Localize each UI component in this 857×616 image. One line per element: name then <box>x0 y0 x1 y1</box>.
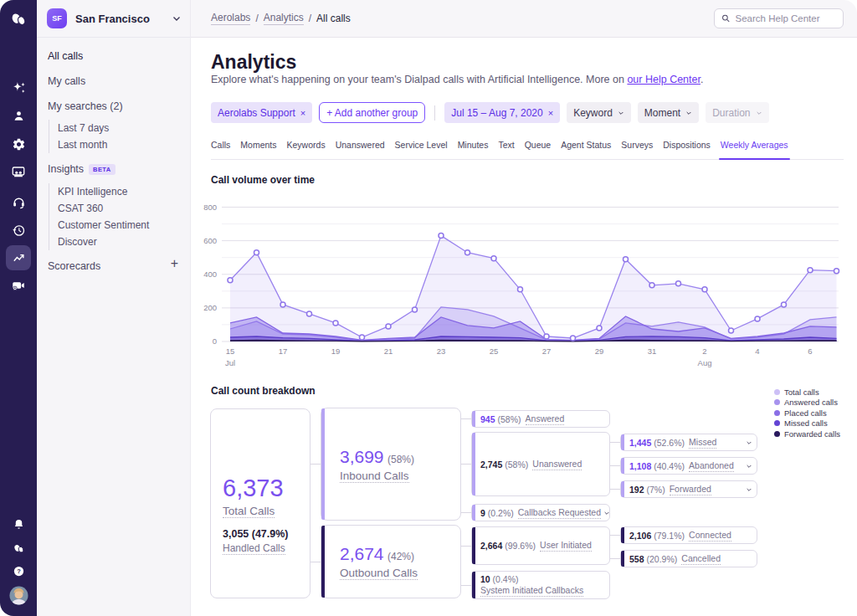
breadcrumb-link-analytics[interactable]: Analytics <box>264 12 304 25</box>
tab-dispositions[interactable]: Dispositions <box>663 140 711 159</box>
tab-agent-status[interactable]: Agent Status <box>561 140 611 159</box>
chevron-down-icon <box>685 110 692 116</box>
dialpad-logo-icon[interactable] <box>0 7 37 32</box>
tab-text[interactable]: Text <box>498 140 514 159</box>
remove-icon[interactable]: × <box>548 108 553 118</box>
filter-bar: Aerolabs Support× + Add another group Ju… <box>211 102 769 123</box>
sidebar-item-customer-sentiment[interactable]: Customer Sentiment <box>58 217 149 234</box>
svg-text:25: 25 <box>490 346 499 356</box>
outbound-calls-card[interactable]: 2,674 (42%) Outbound Calls <box>321 525 461 598</box>
legend-dot <box>774 389 780 395</box>
svg-text:800: 800 <box>203 203 217 212</box>
user-avatar[interactable] <box>0 583 37 608</box>
sidebar-item-scorecards[interactable]: Scorecards <box>48 260 100 272</box>
outbound-label[interactable]: Outbound Calls <box>340 567 418 580</box>
svg-text:29: 29 <box>595 346 604 356</box>
connector <box>610 465 620 466</box>
sidebar-item-csat-360[interactable]: CSAT 360 <box>58 200 149 217</box>
node-user-initiated[interactable]: 2,664(99.6%)User Initiated <box>471 526 610 565</box>
node-connected[interactable]: 2,106(79.1%)Connected <box>620 526 757 544</box>
legend-item: Total calls <box>774 387 840 398</box>
legend-item: Forwarded calls <box>774 429 840 439</box>
breadcrumb: Aerolabs / Analytics / All calls <box>211 12 714 25</box>
svg-text:0: 0 <box>213 336 217 346</box>
sidebar-item-kpi-intelligence[interactable]: KPI Intelligence <box>58 183 149 200</box>
dialpad-mini-icon[interactable] <box>0 536 37 561</box>
main-area: Aerolabs / Analytics / All calls Analyti… <box>191 0 857 616</box>
svg-text:200: 200 <box>203 303 217 312</box>
tab-queue[interactable]: Queue <box>525 140 552 159</box>
svg-text:27: 27 <box>542 346 552 356</box>
outbound-accent-bar <box>321 526 325 598</box>
tab-weekly-averages[interactable]: Weekly Averages <box>721 140 788 159</box>
history-icon[interactable] <box>0 218 37 243</box>
help-icon[interactable]: ? <box>0 558 37 583</box>
tab-moments[interactable]: Moments <box>240 140 276 159</box>
contacts-icon[interactable] <box>0 103 37 128</box>
meetings-icon[interactable] <box>0 160 37 185</box>
sidebar-item-my-calls[interactable]: My calls <box>48 75 85 87</box>
moment-filter[interactable]: Moment <box>638 102 699 123</box>
node-callbacks-requested[interactable]: 9(0.2%)Callbacks Requested <box>471 504 610 521</box>
support-headset-icon[interactable] <box>0 189 37 214</box>
notifications-bell-icon[interactable] <box>0 511 37 536</box>
connector <box>310 464 321 465</box>
tab-minutes[interactable]: Minutes <box>458 140 489 159</box>
breadcrumb-link-aerolabs[interactable]: Aerolabs <box>211 12 250 25</box>
tab-keywords[interactable]: Keywords <box>287 140 326 159</box>
sidebar-item-all-calls[interactable]: All calls <box>48 50 83 62</box>
node-cancelled[interactable]: 558(20.9%)Cancelled <box>620 550 757 567</box>
chevron-down-icon[interactable] <box>603 510 610 516</box>
accent-bar <box>621 551 624 567</box>
sidebar-item-last-7-days[interactable]: Last 7 days <box>58 120 109 136</box>
date-range-chip[interactable]: Jul 15 – Aug 7, 2020× <box>444 102 560 123</box>
tab-service-level[interactable]: Service Level <box>395 140 448 159</box>
help-center-link[interactable]: our Help Center <box>627 74 700 85</box>
chevron-down-icon[interactable] <box>746 439 752 446</box>
chevron-down-icon[interactable] <box>746 486 752 493</box>
svg-text:Aug: Aug <box>698 358 712 367</box>
tab-surveys[interactable]: Surveys <box>621 140 653 159</box>
tab-unanswered[interactable]: Unanswered <box>336 140 385 159</box>
keyword-filter[interactable]: Keyword <box>567 102 631 123</box>
ai-sparkle-icon[interactable] <box>0 75 37 100</box>
add-group-button[interactable]: + Add another group <box>319 102 425 123</box>
node-missed[interactable]: 1,445(52.6%)Missed <box>620 434 757 451</box>
node-forwarded[interactable]: 192(7%)Forwarded <box>620 480 757 498</box>
node-system-initiated-callbacks[interactable]: 10 (0.4%) System Initiated Callbacks <box>471 571 610 599</box>
breadcrumb-separator: / <box>255 13 258 24</box>
outbound-value: 2,674 <box>340 544 384 563</box>
sidebar-item-last-month[interactable]: Last month <box>58 136 109 153</box>
connector <box>310 562 321 562</box>
tab-calls[interactable]: Calls <box>211 140 230 159</box>
handled-calls-label[interactable]: Handled Calls <box>223 542 285 555</box>
node-unanswered[interactable]: 2,745(58%)Unanswered <box>471 432 610 496</box>
search-input[interactable] <box>736 13 836 23</box>
settings-gear-icon[interactable] <box>0 131 37 157</box>
remove-icon[interactable]: × <box>300 108 305 118</box>
total-calls-card[interactable]: 6,373 Total Calls 3,055 (47.9%) Handled … <box>210 408 310 598</box>
total-calls-label[interactable]: Total Calls <box>223 505 275 518</box>
node-answered[interactable]: 945(58%)Answered <box>471 410 610 428</box>
aerolabs-support-chip[interactable]: Aerolabs Support× <box>211 102 312 123</box>
svg-text:Jul: Jul <box>225 358 235 367</box>
sidebar-item-discover[interactable]: Discover <box>58 234 149 250</box>
analytics-trend-icon[interactable] <box>0 245 37 270</box>
legend-dot <box>774 431 780 437</box>
accent-bar <box>472 572 475 598</box>
add-scorecard-button[interactable]: + <box>171 256 178 271</box>
chevron-down-icon[interactable] <box>746 463 752 470</box>
sidebar: SF San Francisco All calls My calls My s… <box>37 0 191 616</box>
connector <box>610 489 620 490</box>
help-search[interactable] <box>714 8 844 28</box>
sidebar-item-my-searches[interactable]: My searches (2) <box>48 100 123 112</box>
duration-filter[interactable]: Duration <box>706 102 768 123</box>
legend-item: Answered calls <box>774 398 840 408</box>
node-abandoned[interactable]: 1,108(40.4%)Abandoned <box>620 457 757 475</box>
inbound-label[interactable]: Inbound Calls <box>340 470 409 483</box>
svg-text:23: 23 <box>437 346 446 356</box>
inbound-calls-card[interactable]: 3,699 (58%) Inbound Calls <box>321 408 461 521</box>
accent-bar <box>472 433 475 495</box>
sidebar-item-insights[interactable]: InsightsBETA <box>48 163 115 175</box>
video-settings-icon[interactable] <box>0 273 37 298</box>
